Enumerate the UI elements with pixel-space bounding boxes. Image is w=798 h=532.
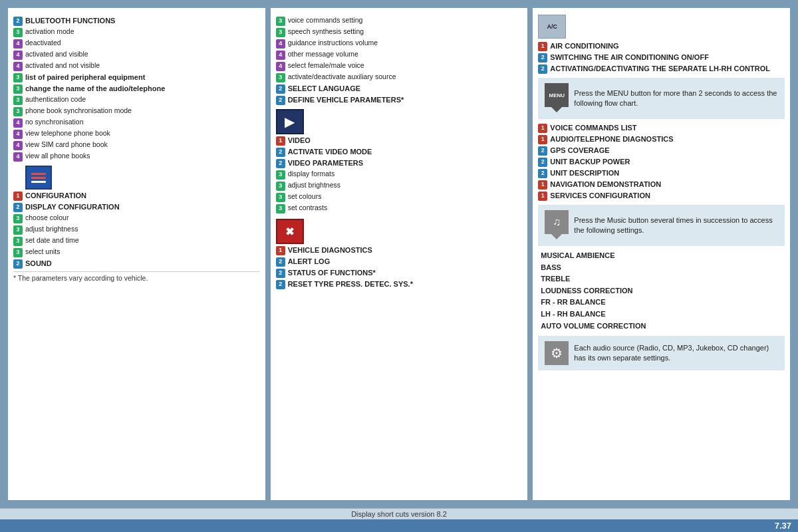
list-item: 2DEFINE VEHICLE PARAMETERS*: [276, 95, 523, 105]
list-item: 1SERVICES CONFIGURATION: [538, 191, 785, 201]
list-item: 4guidance instructions volume: [276, 39, 523, 49]
list-item: 3change the name of the audio/telephone: [13, 84, 260, 94]
music-info-box: ♫ Press the Music button several times i…: [538, 205, 785, 246]
list-item: 3display formats: [276, 170, 523, 180]
list-item: 1NAVIGATION DEMONSTRATION: [538, 180, 785, 190]
list-item: 2ALERT LOG: [276, 257, 523, 267]
list-item: 3select units: [13, 247, 260, 257]
list-item: 4no synchronisation: [13, 118, 260, 128]
musical-setting-item: LOUDNESS CORRECTION: [541, 285, 785, 297]
list-item: 2SWITCHING THE AIR CONDITIONING ON/OFF: [538, 53, 785, 63]
footnote-text: * The parameters vary according to vehic…: [13, 271, 260, 282]
list-item: 3list of paired peripheral equipment: [13, 72, 260, 82]
list-item: 4deactivated: [13, 39, 260, 49]
list-item: 1CONFIGURATION: [13, 191, 260, 201]
list-item: 2ACTIVATE VIDEO MODE: [276, 147, 523, 157]
middle-panel: 3voice commands setting3speech synthesis…: [271, 8, 528, 500]
list-item: 1VEHICLE DIAGNOSTICS: [276, 245, 523, 255]
list-item: 4view SIM card phone book: [13, 140, 260, 150]
music-info-text: Press the Music button several times in …: [574, 215, 778, 236]
list-item: 3set contrasts: [276, 203, 523, 213]
list-item: 2DISPLAY CONFIGURATION: [13, 202, 260, 212]
musical-setting-item: TREBLE: [541, 273, 785, 285]
list-item: 3phone book synchronisation mode: [13, 106, 260, 116]
gear-button-icon: ⚙: [545, 341, 569, 365]
musical-settings: MUSICAL AMBIENCEBASSTREBLELOUDNESS CORRE…: [541, 250, 785, 332]
musical-setting-item: LH - RH BALANCE: [541, 309, 785, 321]
list-item: 1AIR CONDITIONING: [538, 41, 785, 51]
list-item: 2GPS COVERAGE: [538, 146, 785, 156]
gear-info-box: ⚙ Each audio source (Radio, CD, MP3, Juk…: [538, 336, 785, 370]
list-item: 2RESET TYRE PRESS. DETEC. SYS.*: [276, 279, 523, 289]
list-item: 2ACTIVATING/DEACTIVATING THE SEPARATE LH…: [538, 64, 785, 74]
musical-setting-item: FR - RR BALANCE: [541, 297, 785, 309]
list-item: 4other message volume: [276, 50, 523, 60]
right-panel: A/C 1AIR CONDITIONING2SWITCHING THE AIR …: [533, 8, 790, 500]
ac-icon: A/C: [538, 15, 785, 39]
left-panel: 2BLUETOOTH FUNCTIONS3activation mode4dea…: [8, 8, 265, 500]
menu-info-text: Press the MENU button for more than 2 se…: [574, 88, 778, 109]
diagnostics-icon: ✖: [276, 219, 523, 244]
list-item: 4view all phone books: [13, 152, 260, 162]
config-icon: [25, 166, 260, 190]
list-item: 3set date and time: [13, 236, 260, 246]
list-item: 3speech synthesis setting: [276, 27, 523, 37]
list-item: 1VOICE COMMANDS LIST: [538, 123, 785, 133]
list-item: 2STATUS OF FUNCTIONS*: [276, 268, 523, 278]
list-item: 2UNIT DESCRIPTION: [538, 168, 785, 178]
music-button-icon: ♫: [545, 210, 569, 234]
musical-setting-item: MUSICAL AMBIENCE: [541, 250, 785, 262]
list-item: 3authentication code: [13, 95, 260, 105]
list-item: 1VIDEO: [276, 136, 523, 146]
list-item: 3voice commands setting: [276, 16, 523, 26]
list-item: 3set colours: [276, 192, 523, 202]
list-item: 2BLUETOOTH FUNCTIONS: [13, 16, 260, 26]
musical-setting-item: AUTO VOLUME CORRECTION: [541, 321, 785, 332]
list-item: 3adjust brightness: [276, 181, 523, 191]
video-icon: ▶: [276, 109, 523, 134]
display-version: Display short cuts version 8.2: [7, 510, 791, 518]
page-number: 7.37: [0, 519, 798, 532]
gear-info-text: Each audio source (Radio, CD, MP3, Jukeb…: [574, 343, 778, 364]
list-item: 4select female/male voice: [276, 61, 523, 71]
list-item: 4activated and not visible: [13, 61, 260, 71]
list-item: 3activate/deactivate auxiliary source: [276, 72, 523, 82]
list-item: 2VIDEO PARAMETERS: [276, 158, 523, 168]
list-item: 4activated and visible: [13, 50, 260, 60]
list-item: 1AUDIO/TELEPHONE DIAGNOSTICS: [538, 134, 785, 144]
menu-info-box: MENU Press the MENU button for more than…: [538, 78, 785, 119]
list-item: 2SELECT LANGUAGE: [276, 84, 523, 94]
menu-button-icon: MENU: [545, 83, 569, 107]
list-item: 2UNIT BACKUP POWER: [538, 157, 785, 167]
list-item: 3activation mode: [13, 27, 260, 37]
list-item: 2SOUND: [13, 259, 260, 269]
list-item: 3adjust brightness: [13, 225, 260, 235]
musical-setting-item: BASS: [541, 262, 785, 274]
list-item: 3choose colour: [13, 213, 260, 223]
list-item: 4view telephone phone book: [13, 129, 260, 139]
